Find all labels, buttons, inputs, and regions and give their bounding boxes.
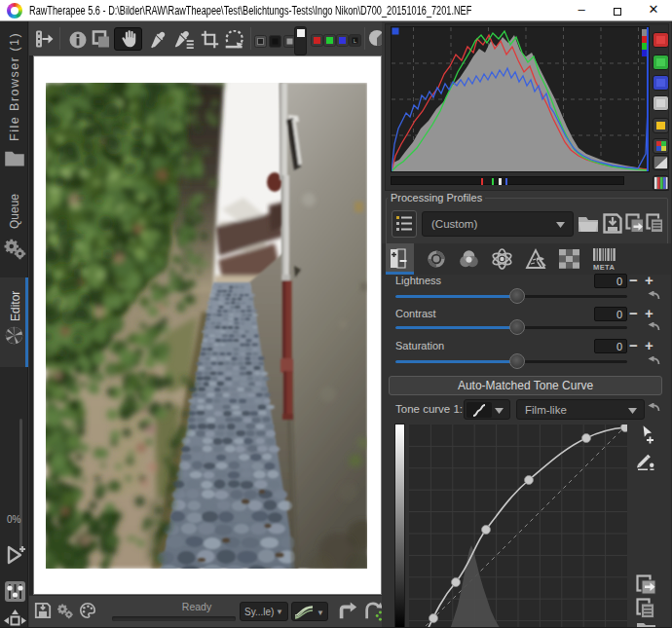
- svg-text:META: META: [593, 263, 615, 272]
